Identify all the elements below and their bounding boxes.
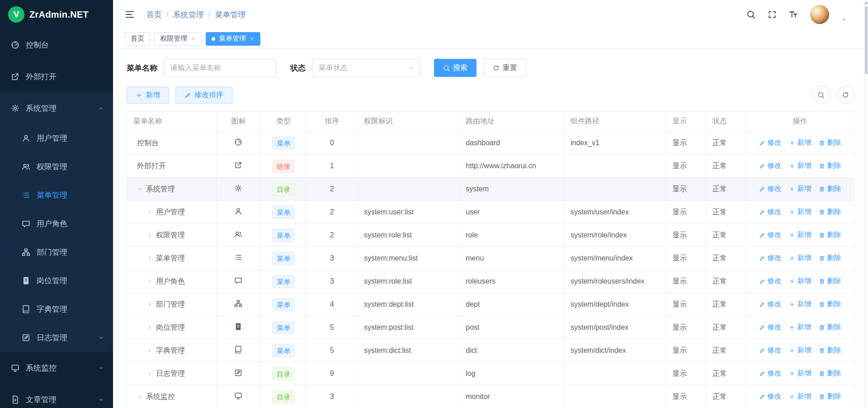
delete-link[interactable]: 删除 [819,138,841,147]
menu-name-cell: 系统管理 [127,178,217,201]
plus-icon [789,324,795,331]
sidebar-item-external[interactable]: 外部打开 [0,61,113,92]
chevron-down-icon[interactable] [841,17,847,23]
sidebar-item-menu[interactable]: 菜单管理 [0,181,113,209]
delete-link[interactable]: 删除 [819,346,841,355]
sidebar-item-label: 字典管理 [37,304,67,314]
chevron-right-icon[interactable] [147,348,152,353]
chevron-right-icon[interactable] [147,325,152,330]
close-icon[interactable] [191,36,196,41]
chevron-right-icon[interactable] [147,209,152,215]
edit-link[interactable]: 修改 [759,138,782,147]
column-header: 权限标识 [358,112,459,132]
edit-link[interactable]: 修改 [759,230,782,240]
sidebar-item-post[interactable]: 岗位管理 [0,266,113,295]
add-button[interactable]: 新增 [127,87,169,104]
breadcrumb-item[interactable]: 系统管理 [173,9,204,20]
scrollbar[interactable] [864,0,868,408]
font-size-icon[interactable] [789,10,798,19]
chevron-right-icon[interactable] [147,256,152,261]
delete-link[interactable]: 删除 [819,230,841,240]
chevron-right-icon[interactable] [147,279,152,284]
add-link[interactable]: 新增 [789,161,811,171]
menu-icon-cell [216,362,260,385]
breadcrumb-item[interactable]: 菜单管理 [215,9,245,20]
add-link[interactable]: 新增 [789,253,811,263]
scrollbar-thumb[interactable] [865,6,868,74]
edit-link[interactable]: 修改 [759,253,782,263]
add-link[interactable]: 新增 [789,138,811,147]
status-select-placeholder: 菜单状态 [319,63,348,73]
tab-item[interactable]: 首页 [125,32,150,46]
delete-link[interactable]: 删除 [819,299,841,309]
chevron-down-icon[interactable] [137,186,142,192]
edit-link[interactable]: 修改 [759,184,782,194]
sidebar-item-system[interactable]: 系统管理 [0,92,113,124]
sidebar-item-log[interactable]: 日志管理 [0,323,113,352]
add-link[interactable]: 新增 [789,392,811,401]
edit-link[interactable]: 修改 [759,161,782,171]
column-header: 菜单名称 [127,112,217,132]
component-cell: system/post/index [564,316,665,339]
chevron-right-icon[interactable] [137,394,142,399]
menu-name-cell: 系统监控 [127,385,217,408]
edit-link[interactable]: 修改 [759,323,782,332]
sidebar-item-dict[interactable]: 字典管理 [0,295,113,323]
edit-link[interactable]: 修改 [759,346,782,355]
add-link[interactable]: 新增 [789,184,811,194]
sidebar-item-user[interactable]: 用户管理 [0,124,113,152]
delete-link[interactable]: 删除 [819,323,841,332]
delete-link[interactable]: 删除 [819,253,841,263]
add-link[interactable]: 新增 [789,230,811,240]
search-icon[interactable] [746,10,755,19]
edit-icon [759,163,765,169]
tab-item[interactable]: 菜单管理 [206,32,260,46]
sidebar-item-dept[interactable]: 部门管理 [0,238,113,266]
menu-name-input[interactable] [164,59,277,77]
status-select[interactable]: 菜单状态 [312,59,420,77]
delete-link[interactable]: 删除 [819,161,841,171]
chevron-right-icon[interactable] [147,232,152,238]
add-link[interactable]: 新增 [789,207,811,217]
sort-button[interactable]: 修改排序 [175,87,232,104]
table-refresh-button[interactable] [836,86,854,104]
gear-icon [234,184,242,192]
menu-name: 系统管理 [146,185,175,193]
hamburger-icon[interactable] [125,9,135,19]
delete-link[interactable]: 删除 [819,392,841,401]
chevron-right-icon[interactable] [147,302,152,307]
table-search-button[interactable] [812,86,830,104]
close-icon[interactable] [250,36,255,41]
visible-cell: 显示 [666,155,706,178]
sidebar-item-dashboard[interactable]: 控制台 [0,29,113,61]
op-label: 修改 [768,230,782,240]
add-link[interactable]: 新增 [789,369,811,378]
edit-link[interactable]: 修改 [759,299,782,309]
delete-link[interactable]: 删除 [819,184,841,194]
scrollbar-up-arrow[interactable] [865,1,868,4]
delete-link[interactable]: 删除 [819,207,841,217]
add-link[interactable]: 新增 [789,346,811,355]
edit-link[interactable]: 修改 [759,207,782,217]
tab-item[interactable]: 权限管理 [154,32,202,46]
type-tag: 链接 [272,160,295,173]
breadcrumb-item[interactable]: 首页 [146,9,162,20]
add-link[interactable]: 新增 [789,323,811,332]
avatar[interactable] [810,5,829,24]
sidebar-item-role[interactable]: 权限管理 [0,152,113,181]
chevron-right-icon[interactable] [147,371,152,376]
reset-button[interactable]: 重置 [484,59,526,77]
delete-link[interactable]: 删除 [819,369,841,378]
add-link[interactable]: 新增 [789,299,811,309]
edit-link[interactable]: 修改 [759,276,782,286]
delete-link[interactable]: 删除 [819,276,841,286]
sidebar-item-roleusers[interactable]: 用户角色 [0,209,113,238]
component-cell [564,385,665,408]
edit-link[interactable]: 修改 [759,392,782,401]
search-button[interactable]: 搜索 [434,59,476,77]
add-link[interactable]: 新增 [789,276,811,286]
fullscreen-icon[interactable] [768,10,777,19]
edit-link[interactable]: 修改 [759,369,782,378]
sidebar-item-monitor[interactable]: 系统监控 [0,352,113,384]
sidebar-item-article[interactable]: 文章管理 [0,384,113,408]
